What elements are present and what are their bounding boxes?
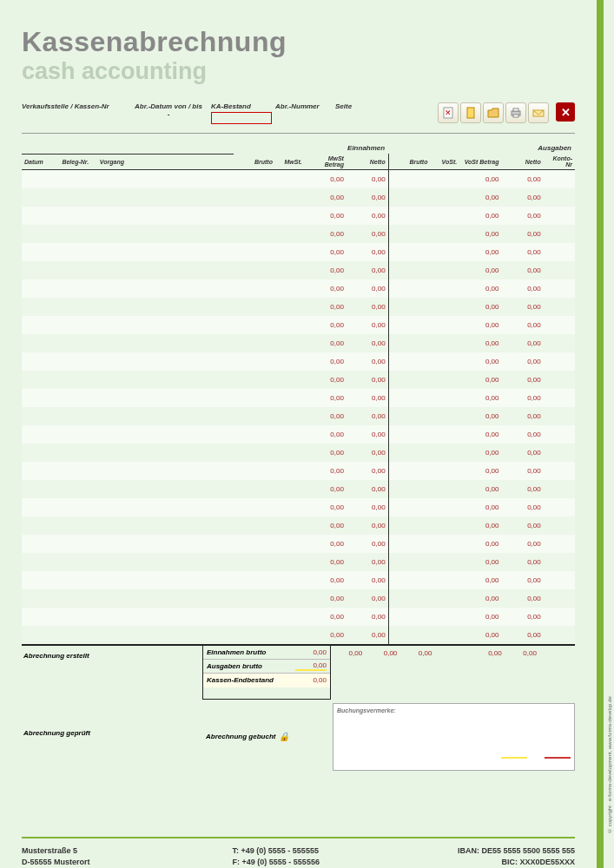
col-mwst-betrag: MwSt Betrag bbox=[305, 154, 347, 170]
footer-line bbox=[22, 837, 575, 838]
col-vorgang: Vorgang bbox=[97, 154, 234, 170]
footer-fax: F: +49 (0) 5555 - 555556 bbox=[233, 857, 338, 868]
underline-red bbox=[545, 757, 571, 759]
table-row[interactable]: 0,000,000,000,00 bbox=[22, 225, 575, 243]
table-row[interactable]: 0,000,000,000,00 bbox=[22, 480, 575, 498]
col-netto-out: Netto bbox=[501, 154, 543, 170]
sum-netto-out: 0,00 bbox=[505, 646, 540, 700]
gebucht-label: Abrechnung gebucht bbox=[206, 733, 275, 740]
close-button[interactable]: ✕ bbox=[556, 102, 575, 122]
table-row[interactable]: 0,000,000,000,00 bbox=[22, 589, 575, 608]
header-row: Verkaufsstelle / Kassen-Nr Abr.-Datum vo… bbox=[22, 102, 575, 130]
table-row[interactable]: 0,000,000,000,00 bbox=[22, 571, 575, 589]
geprueft-label: Abrechnung geprüft bbox=[23, 729, 202, 737]
col-group-einnahmen: Einnahmen bbox=[234, 142, 389, 154]
open-folder-button[interactable] bbox=[483, 102, 504, 123]
table-row[interactable]: 0,000,000,000,00 bbox=[22, 334, 575, 352]
footer-addr1: Musterstraße 5 bbox=[22, 845, 113, 858]
col-beleg: Beleg-Nr. bbox=[59, 154, 96, 170]
footer-addr2: D-55555 Musterort bbox=[22, 857, 113, 868]
underline-yellow bbox=[501, 757, 527, 759]
table-row[interactable]: 0,000,000,000,00 bbox=[22, 444, 575, 462]
col-brutto-out: Brutto bbox=[388, 154, 430, 170]
endbestand-val: 0,00 bbox=[294, 676, 330, 684]
svg-rect-4 bbox=[513, 108, 518, 111]
table-row[interactable]: 0,000,000,000,00 bbox=[22, 553, 575, 571]
table-row[interactable]: 0,000,000,000,00 bbox=[22, 425, 575, 444]
col-brutto-in: Brutto bbox=[234, 154, 275, 170]
table-row[interactable]: 0,000,000,000,00 bbox=[22, 498, 575, 516]
col-konto: Konto-Nr bbox=[544, 154, 575, 170]
delete-button[interactable]: ✕ bbox=[438, 102, 459, 123]
table-row[interactable]: 0,000,000,000,00 bbox=[22, 516, 575, 535]
table-row[interactable]: 0,000,000,000,00 bbox=[22, 243, 575, 261]
table-row[interactable]: 0,000,000,000,00 bbox=[22, 352, 575, 371]
ausgaben-brutto-label: Ausgaben brutto bbox=[203, 662, 294, 670]
table-row[interactable]: 0,000,000,000,00 bbox=[22, 207, 575, 225]
col-group-ausgaben: Ausgaben bbox=[388, 142, 575, 154]
table-row[interactable]: 0,000,000,000,00 bbox=[22, 407, 575, 425]
print-button[interactable] bbox=[505, 102, 526, 123]
einnahmen-brutto-label: Einnahmen brutto bbox=[203, 648, 294, 656]
mail-button[interactable] bbox=[528, 102, 549, 123]
note-button[interactable] bbox=[460, 102, 481, 123]
pos-label: Verkaufsstelle / Kassen-Nr bbox=[22, 102, 126, 110]
seite-label: Seite bbox=[335, 102, 361, 110]
ka-label: KA-Bestand bbox=[211, 102, 272, 110]
accounting-table: Einnahmen Ausgaben Datum Beleg-Nr. Vorga… bbox=[22, 142, 575, 644]
table-row[interactable]: 0,000,000,000,00 bbox=[22, 279, 575, 298]
sum-vost-betrag: 0,00 bbox=[471, 646, 505, 700]
svg-rect-2 bbox=[467, 108, 474, 118]
col-netto-in: Netto bbox=[347, 154, 388, 170]
table-row[interactable]: 0,000,000,000,00 bbox=[22, 462, 575, 480]
page-title-en: cash accounting bbox=[22, 58, 575, 85]
table-row[interactable]: 0,000,000,000,00 bbox=[22, 608, 575, 626]
copyright-sidebar: © copyright · e-forms-development, www.f… bbox=[607, 573, 612, 833]
notes-label: Buchungsvermerke: bbox=[337, 707, 396, 713]
notes-box[interactable]: Buchungsvermerke: bbox=[333, 703, 575, 771]
table-row[interactable]: 0,000,000,000,00 bbox=[22, 371, 575, 389]
ausgaben-brutto-val: 0,00 bbox=[294, 661, 330, 671]
footer-bic: BIC: XXX0DE55XXX bbox=[458, 857, 575, 868]
nr-label: Abr.-Nummer bbox=[275, 102, 332, 110]
sum-brutto-out: 0,00 bbox=[400, 646, 435, 700]
page-title-de: Kassenabrechnung bbox=[22, 26, 575, 58]
footer-tel: T: +49 (0) 5555 - 555555 bbox=[233, 845, 338, 858]
footer-iban: IBAN: DE55 5555 5500 5555 555 bbox=[458, 845, 575, 858]
table-row[interactable]: 0,000,000,000,00 bbox=[22, 170, 575, 188]
erstellt-label: Abrechnung erstellt bbox=[23, 652, 202, 660]
sum-netto-in: 0,00 bbox=[366, 646, 400, 700]
col-datum: Datum bbox=[22, 154, 59, 170]
svg-rect-5 bbox=[513, 115, 518, 117]
col-vost: VoSt. bbox=[430, 154, 459, 170]
svg-text:✕: ✕ bbox=[445, 108, 452, 117]
table-row[interactable]: 0,000,000,000,00 bbox=[22, 188, 575, 207]
table-row[interactable]: 0,000,000,000,00 bbox=[22, 316, 575, 334]
col-mwst: MwSt. bbox=[275, 154, 305, 170]
table-row[interactable]: 0,000,000,000,00 bbox=[22, 298, 575, 316]
footer: Musterstraße 5 D-55555 Musterort USt-IdN… bbox=[22, 845, 575, 869]
lock-icon: 🔒 bbox=[279, 732, 289, 741]
col-vost-betrag: VoSt Betrag bbox=[459, 154, 501, 170]
table-row[interactable]: 0,000,000,000,00 bbox=[22, 626, 575, 644]
totals-section: Abrechnung erstellt Einnahmen brutto 0,0… bbox=[22, 644, 575, 700]
sum-mwst-betrag: 0,00 bbox=[331, 646, 366, 700]
einnahmen-brutto-val: 0,00 bbox=[294, 648, 330, 656]
date-sep: - bbox=[129, 110, 208, 118]
toolbar: ✕ ✕ bbox=[438, 102, 575, 123]
date-label: Abr.-Datum von / bis bbox=[129, 102, 208, 110]
ka-bestand-input[interactable] bbox=[211, 112, 272, 124]
table-row[interactable]: 0,000,000,000,00 bbox=[22, 535, 575, 553]
table-row[interactable]: 0,000,000,000,00 bbox=[22, 261, 575, 279]
endbestand-label: Kassen-Endbestand bbox=[203, 676, 294, 684]
table-row[interactable]: 0,000,000,000,00 bbox=[22, 389, 575, 407]
accent-bar bbox=[597, 0, 604, 868]
